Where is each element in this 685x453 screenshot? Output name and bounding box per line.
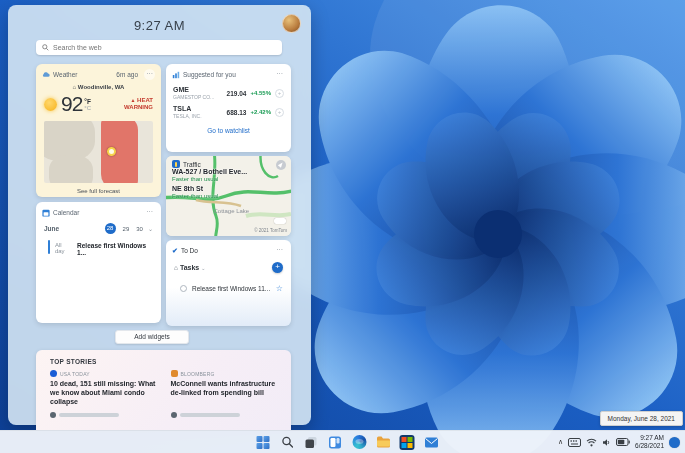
weather-menu-icon[interactable]: ⋯	[144, 69, 155, 80]
stocks-menu-icon[interactable]: ⋯	[274, 69, 285, 80]
todo-title: To Do	[181, 247, 198, 254]
calendar-menu-icon[interactable]: ⋯	[144, 207, 155, 218]
news-story[interactable]	[171, 412, 278, 418]
tray-overflow-chevron-icon[interactable]: ∧	[558, 438, 563, 446]
news-story[interactable]: Bloomberg McConnell wants infrastructure…	[171, 370, 278, 406]
home-icon: ⌂	[174, 264, 178, 271]
stock-change: +4.55%	[250, 90, 271, 96]
add-to-watchlist-icon[interactable]: +	[275, 108, 284, 117]
add-to-watchlist-icon[interactable]: +	[275, 89, 284, 98]
compass-icon[interactable]	[276, 160, 286, 170]
windows-logo-icon	[257, 436, 270, 449]
stock-company: GAMESTOP CO...	[173, 94, 214, 100]
todo-menu-icon[interactable]: ⋯	[274, 245, 285, 256]
taskbar: ∧ 9:27 AM 6/28/2021	[0, 430, 685, 453]
weather-current: 92 °F °C ▲ HEAT WARNING	[36, 90, 161, 119]
stock-row[interactable]: GME GAMESTOP CO... 219.04 +4.55% +	[166, 83, 291, 102]
volume-icon[interactable]	[602, 438, 611, 447]
weather-icon	[42, 71, 50, 78]
temperature-value: 92	[61, 92, 82, 116]
calendar-day[interactable]: 29	[123, 226, 130, 232]
calendar-title: Calendar	[53, 209, 79, 216]
story-source: USA TODAY	[60, 371, 90, 377]
warning-triangle-icon: ▲	[130, 97, 135, 103]
stock-row[interactable]: TSLA TESLA, INC. 688.13 +2.42% +	[166, 102, 291, 121]
battery-icon[interactable]	[616, 438, 630, 446]
mail-button[interactable]	[424, 435, 439, 450]
calendar-day-selected[interactable]: 28	[105, 223, 116, 234]
top-stories-title: TOP STORIES	[36, 350, 291, 370]
go-to-watchlist-link[interactable]: Go to watchlist	[166, 121, 291, 134]
news-story[interactable]: USA TODAY 10 dead, 151 still missing: Wh…	[50, 370, 157, 406]
todo-widget[interactable]: ✔ To Do ⋯ ⌂ Tasks ⌄ + Release first Wind…	[166, 240, 291, 326]
add-widgets-button[interactable]: Add widgets	[115, 330, 189, 344]
story-headline: McConnell wants infrastructure de-linked…	[171, 379, 278, 397]
store-button[interactable]	[400, 435, 415, 450]
traffic-widget[interactable]: Traffic WA-527 / Bothell Eve... Faster t…	[166, 156, 291, 236]
panel-clock: 9:27 AM	[8, 18, 311, 33]
traffic-status: Faster than usual	[172, 176, 285, 182]
desktop: 9:27 AM Weather 6m ago ⋯ ⌂ Woodinville, …	[0, 0, 685, 453]
widgets-panel: 9:27 AM Weather 6m ago ⋯ ⌂ Woodinville, …	[8, 5, 311, 425]
search-button[interactable]	[280, 435, 295, 450]
touch-keyboard-icon[interactable]	[568, 438, 581, 447]
story-source: Bloomberg	[181, 371, 215, 377]
search-input[interactable]	[53, 44, 276, 51]
stock-change: +2.42%	[250, 109, 271, 115]
unit-fahrenheit[interactable]: °F	[84, 98, 91, 105]
see-full-forecast-link[interactable]: See full forecast	[36, 183, 161, 194]
chevron-down-icon[interactable]: ⌄	[148, 225, 153, 232]
story-source-icon	[50, 412, 56, 418]
add-task-button[interactable]: +	[272, 262, 283, 273]
news-story[interactable]	[50, 412, 157, 418]
tray-clock[interactable]: 9:27 AM 6/28/2021	[635, 434, 664, 450]
task-view-button[interactable]	[304, 435, 319, 450]
calendar-event[interactable]: All day Release first Windows 1...	[36, 234, 161, 262]
calendar-icon	[42, 209, 50, 217]
search-icon	[281, 436, 293, 448]
web-search-bar[interactable]	[36, 40, 282, 55]
heat-zone-overlay	[101, 121, 138, 183]
map-zoom-control[interactable]	[274, 218, 286, 224]
traffic-icon	[172, 160, 180, 168]
stock-symbol: GME	[173, 86, 214, 94]
traffic-route: WA-527 / Bothell Eve...	[172, 168, 285, 176]
bloomberg-icon	[171, 370, 178, 377]
calendar-widget[interactable]: Calendar ⋯ June 28 29 30 ⌄ All day Relea…	[36, 202, 161, 323]
location-pin-icon: ⌂	[73, 84, 77, 90]
weather-title: Weather	[53, 71, 77, 78]
map-place-label: Cottage Lake	[214, 208, 250, 214]
weather-map	[44, 121, 153, 183]
unit-celsius[interactable]: °C	[84, 105, 91, 112]
user-avatar[interactable]	[282, 14, 301, 33]
stocks-chart-icon	[172, 71, 180, 79]
weather-widget[interactable]: Weather 6m ago ⋯ ⌂ Woodinville, WA 92 °F…	[36, 64, 161, 197]
edge-icon	[352, 435, 366, 449]
mail-icon	[424, 437, 438, 448]
file-explorer-button[interactable]	[376, 435, 391, 450]
stocks-widget[interactable]: Suggested for you ⋯ GME GAMESTOP CO... 2…	[166, 64, 291, 152]
event-time: All day	[55, 240, 72, 254]
stock-symbol: TSLA	[173, 105, 202, 113]
search-icon	[42, 44, 49, 51]
widgets-button[interactable]	[328, 435, 343, 450]
map-landmass	[49, 155, 93, 183]
weather-updated: 6m ago	[116, 71, 138, 78]
chevron-down-icon[interactable]: ⌄	[201, 265, 205, 271]
task-checkbox[interactable]	[180, 285, 187, 292]
stock-price: 688.13	[227, 109, 247, 116]
traffic-title: Traffic	[183, 161, 201, 168]
star-icon[interactable]: ☆	[276, 284, 283, 293]
sun-icon	[44, 98, 57, 111]
notification-badge[interactable]	[669, 437, 680, 448]
start-button[interactable]	[256, 435, 271, 450]
map-copyright: © 2021 TomTom	[254, 228, 287, 233]
stock-price: 219.04	[227, 90, 247, 97]
story-source-icon	[171, 412, 177, 418]
top-stories-card: TOP STORIES USA TODAY 10 dead, 151 still…	[36, 350, 291, 430]
task-item[interactable]: Release first Windows 11... ☆	[166, 276, 291, 293]
wifi-icon[interactable]	[586, 438, 597, 447]
tasks-list-label[interactable]: Tasks	[180, 264, 199, 271]
edge-button[interactable]	[352, 435, 367, 450]
calendar-day[interactable]: 30	[136, 226, 143, 232]
